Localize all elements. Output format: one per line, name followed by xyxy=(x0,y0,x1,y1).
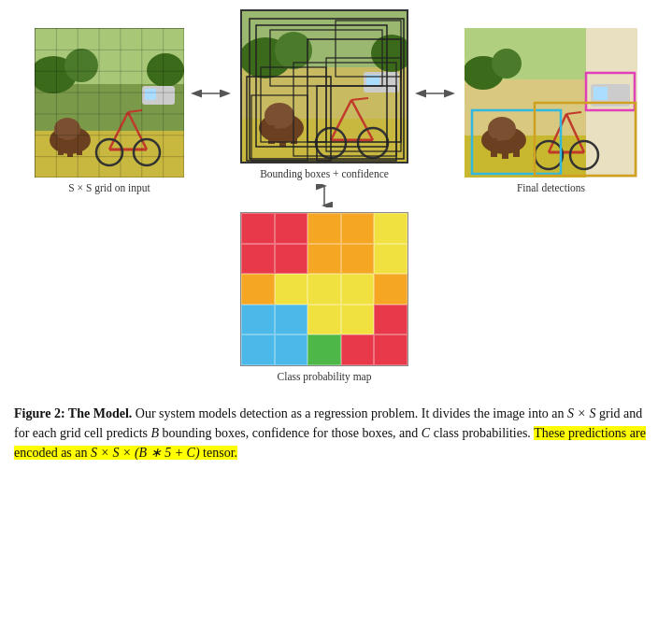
sx-s-math: S × S xyxy=(567,406,595,420)
svg-rect-72 xyxy=(593,87,608,100)
color-cell xyxy=(341,244,375,275)
final-image xyxy=(465,28,637,178)
left-image-block: S × S grid on input xyxy=(35,28,184,193)
color-cell xyxy=(374,334,407,365)
center-block: Bounding boxes + confidence Class probab… xyxy=(240,9,408,382)
fig-text-3: bounding boxes, confidence for those box… xyxy=(159,426,422,440)
color-cell xyxy=(275,334,308,365)
color-cell xyxy=(374,244,407,275)
svg-rect-30 xyxy=(268,125,275,144)
svg-point-61 xyxy=(488,117,516,141)
down-arrow xyxy=(310,184,338,207)
left-arrows xyxy=(189,9,236,327)
fig-label: Figure 2: The Model. xyxy=(14,406,132,420)
fig-text-4: class probabilities. xyxy=(430,426,534,440)
right-arrows xyxy=(413,9,460,327)
svg-rect-8 xyxy=(58,138,64,155)
svg-rect-63 xyxy=(502,140,508,159)
color-cell xyxy=(275,213,308,244)
color-cell xyxy=(275,305,308,335)
svg-rect-62 xyxy=(491,138,497,157)
svg-rect-10 xyxy=(77,138,82,155)
svg-point-29 xyxy=(265,103,294,129)
color-cell xyxy=(307,334,341,365)
color-cell xyxy=(307,305,341,335)
color-cell xyxy=(374,274,407,305)
color-cell xyxy=(241,244,275,275)
color-cell xyxy=(275,244,308,275)
prob-caption: Class probability map xyxy=(278,371,372,382)
fig-text-1: Our system models detection as a regress… xyxy=(132,406,567,420)
color-cell xyxy=(341,213,375,244)
svg-point-5 xyxy=(147,53,184,87)
arrow-right-2 xyxy=(413,75,460,112)
color-prob-grid xyxy=(240,212,408,366)
color-cell xyxy=(307,213,341,244)
svg-rect-64 xyxy=(513,138,520,157)
color-cell xyxy=(241,305,275,335)
diagram: S × S grid on input xyxy=(14,9,658,382)
bbox-caption: Bounding boxes + confidence xyxy=(260,168,389,179)
page-container: S × S grid on input xyxy=(14,9,658,462)
color-cell xyxy=(241,213,275,244)
svg-rect-9 xyxy=(67,140,73,157)
color-cell xyxy=(241,274,275,305)
color-cell xyxy=(307,244,341,275)
arrow-right-1 xyxy=(189,75,236,112)
bbox-image xyxy=(240,9,408,164)
svg-point-7 xyxy=(54,118,80,140)
color-cell xyxy=(341,334,375,365)
svg-rect-18 xyxy=(145,89,156,100)
color-cell xyxy=(307,274,341,305)
color-cell xyxy=(374,213,407,244)
figure-caption: Figure 2: The Model. Our system models d… xyxy=(14,396,658,462)
color-cell xyxy=(341,305,375,335)
final-caption: Final detections xyxy=(517,182,585,193)
grid-caption: S × S grid on input xyxy=(68,182,150,193)
C-var: C xyxy=(422,426,430,440)
color-cell xyxy=(341,274,375,305)
B-var: B xyxy=(151,426,160,440)
color-cell xyxy=(374,305,407,335)
grid-input-image xyxy=(35,28,184,178)
svg-point-59 xyxy=(492,49,522,78)
svg-rect-31 xyxy=(279,128,286,147)
color-cell xyxy=(275,274,308,305)
right-image-block: Final detections xyxy=(465,28,637,193)
svg-point-4 xyxy=(64,49,98,82)
color-cell xyxy=(241,334,275,365)
